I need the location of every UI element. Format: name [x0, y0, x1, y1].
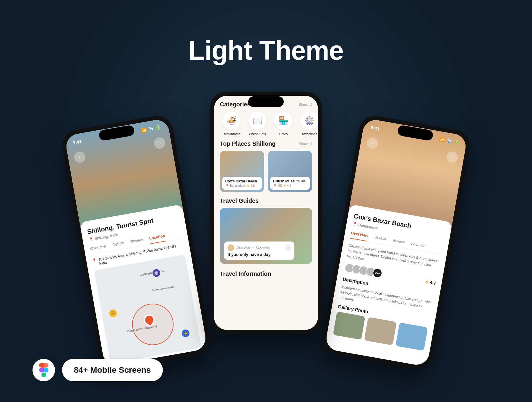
place-rating: 4.9 — [287, 184, 291, 187]
avatar — [228, 244, 234, 251]
category-label: Attractions — [298, 132, 318, 136]
map-poi-icon[interactable]: 🍔 — [108, 309, 117, 318]
detail-sheet: Shillong, Tourist Spot 📍 Shillong, India… — [80, 204, 207, 367]
section-title: Travel Guides — [220, 197, 259, 204]
place-info: Cox's Bazar Beach 📍 Bangladesh ★ 4.9 — [222, 177, 262, 190]
tab-location[interactable]: Location — [149, 234, 166, 244]
gallery-thumb[interactable] — [395, 322, 428, 351]
star-icon: ★ — [283, 184, 286, 187]
battery-icon: 🔋 — [453, 139, 460, 145]
show-all-link[interactable]: Show all — [299, 142, 312, 146]
section-header-guides: Travel Guides — [214, 195, 318, 208]
signal-icon: 📶 — [439, 137, 445, 143]
guide-author: Allan Watt — [236, 246, 250, 249]
svg-point-0 — [44, 368, 48, 372]
wifi-icon: 📡 — [148, 126, 155, 132]
map-poi-icon[interactable]: 👮 — [181, 329, 190, 338]
map-poi-icon[interactable]: 🛡️ — [152, 268, 161, 277]
attractions-icon: 🎡 — [300, 111, 318, 130]
screen-explore: Categories Show all 🍜 Restaurants 🍽️ Che… — [214, 96, 318, 330]
pin-icon: 📍 — [88, 237, 94, 242]
pin-icon: 📍 — [352, 222, 357, 227]
place-card[interactable]: British Museum UK 📍 UK ★ 4.9 — [268, 151, 312, 192]
phone-frame-right: 9:41 📶 📡 🔋 ‹ ♡ Cox's Bazar Beach 📍 Bangl… — [320, 113, 473, 372]
category-label: Cafes — [272, 132, 295, 136]
figma-logo-icon — [33, 359, 55, 381]
signal-icon: 📶 — [141, 127, 147, 133]
star-icon: ★ — [247, 184, 249, 187]
screens-count-badge: 84+ Mobile Screens — [62, 359, 163, 381]
rating-value: 4.9 — [429, 280, 436, 286]
screen-location-detail: 9:41 📶 📡 🔋 ‹ ♡ Shillong, Tourist Spot 📍 … — [64, 118, 207, 367]
guide-card[interactable]: › Allan Watt • 5.3K views If you only ha… — [220, 208, 312, 264]
section-title: Top Places Shillong — [220, 140, 276, 147]
cafe-icon: 🏪 — [274, 111, 293, 130]
map-radius — [129, 300, 177, 348]
detail-sheet: Cox's Bazar Beach 📍 Bangladesh OverView … — [325, 204, 452, 367]
show-all-link[interactable]: Show all — [299, 103, 312, 107]
favorite-button[interactable]: ♡ — [446, 151, 459, 164]
category-label: Restaurants — [220, 132, 243, 136]
cheap-eats-icon: 🍽️ — [248, 111, 267, 130]
top-places-row[interactable]: Cox's Bazar Beach 📍 Bangladesh ★ 4.9 Bri… — [214, 151, 318, 195]
section-title: Categories — [220, 101, 250, 108]
chevron-right-icon[interactable]: › — [285, 244, 291, 251]
screen-place-detail: 9:41 📶 📡 🔋 ‹ ♡ Cox's Bazar Beach 📍 Bangl… — [325, 118, 468, 367]
pin-icon: 📍 — [92, 258, 98, 267]
place-card[interactable]: Cox's Bazar Beach 📍 Bangladesh ★ 4.9 — [220, 151, 264, 192]
battery-icon: 🔋 — [155, 124, 162, 131]
place-card-title: British Museum UK — [273, 179, 307, 183]
category-cheap-eats[interactable]: 🍽️ Cheap Eats — [246, 111, 269, 136]
tab-review[interactable]: Review — [392, 238, 406, 248]
footer-badges: 84+ Mobile Screens — [33, 359, 163, 381]
avatar-stack[interactable]: 2k+ — [344, 262, 383, 278]
tab-review[interactable]: Review — [130, 237, 144, 247]
tab-overview[interactable]: Overview — [90, 244, 107, 255]
rating: ★ 4.9 — [425, 279, 436, 286]
pin-icon: 📍 — [225, 184, 229, 187]
category-label: Cheap Eats — [246, 132, 269, 136]
phone-frame-left: 9:41 📶 📡 🔋 ‹ ♡ Shillong, Tourist Spot 📍 … — [60, 113, 213, 372]
status-icons: 📶 📡 🔋 — [439, 137, 460, 145]
map-label: WESTERLEIGHTON — [140, 270, 165, 277]
category-restaurants[interactable]: 🍜 Restaurants — [220, 111, 243, 136]
gallery-thumb[interactable] — [364, 317, 397, 346]
section-header-info: Travel Information — [214, 268, 318, 281]
map-label: Clove Lakes Park — [152, 285, 174, 292]
phone-notch — [248, 96, 284, 107]
place-country: Bangladesh — [230, 184, 246, 187]
status-icons: 📶 📡 🔋 — [141, 124, 162, 133]
place-rating: 4.9 — [251, 184, 255, 187]
tab-overview[interactable]: OverView — [350, 231, 369, 241]
category-row[interactable]: 🍜 Restaurants 🍽️ Cheap Eats 🏪 Cafes 🎡 At… — [214, 111, 318, 138]
category-cafes[interactable]: 🏪 Cafes — [272, 111, 295, 136]
guide-views: 5.3K views — [256, 246, 270, 249]
wifi-icon: 📡 — [446, 138, 452, 144]
phone-frame-center: Categories Show all 🍜 Restaurants 🍽️ Che… — [210, 92, 322, 334]
tab-location[interactable]: Location — [410, 241, 426, 252]
phone-showcase: 9:41 📶 📡 🔋 ‹ ♡ Shillong, Tourist Spot 📍 … — [0, 92, 532, 402]
star-icon: ★ — [425, 279, 429, 284]
category-attractions[interactable]: 🎡 Attractions — [298, 111, 318, 136]
tab-details[interactable]: Details — [112, 241, 125, 250]
section-title: Travel Information — [220, 270, 271, 277]
status-time: 9:41 — [72, 139, 82, 145]
favorite-button[interactable]: ♡ — [153, 137, 166, 150]
guide-info: › Allan Watt • 5.3K views If you only ha… — [224, 241, 294, 260]
back-button[interactable]: ‹ — [73, 151, 86, 164]
guide-title: If you only have a day — [228, 252, 291, 257]
status-time: 9:41 — [370, 125, 380, 131]
map-view[interactable]: WESTERLEIGHTON Clove Lakes Park CASTLETO… — [94, 255, 201, 364]
gallery-thumb[interactable] — [333, 312, 365, 340]
place-card-title: Cox's Bazar Beach — [225, 179, 259, 183]
tab-details[interactable]: Details — [374, 235, 387, 244]
restaurant-icon: 🍜 — [222, 111, 241, 130]
section-header-top-places: Top Places Shillong Show all — [214, 138, 318, 151]
place-info: British Museum UK 📍 UK ★ 4.9 — [270, 177, 310, 190]
place-country: UK — [278, 184, 282, 187]
page-title: Light Theme — [0, 35, 532, 66]
back-button[interactable]: ‹ — [366, 137, 379, 150]
pin-icon: 📍 — [273, 184, 277, 187]
